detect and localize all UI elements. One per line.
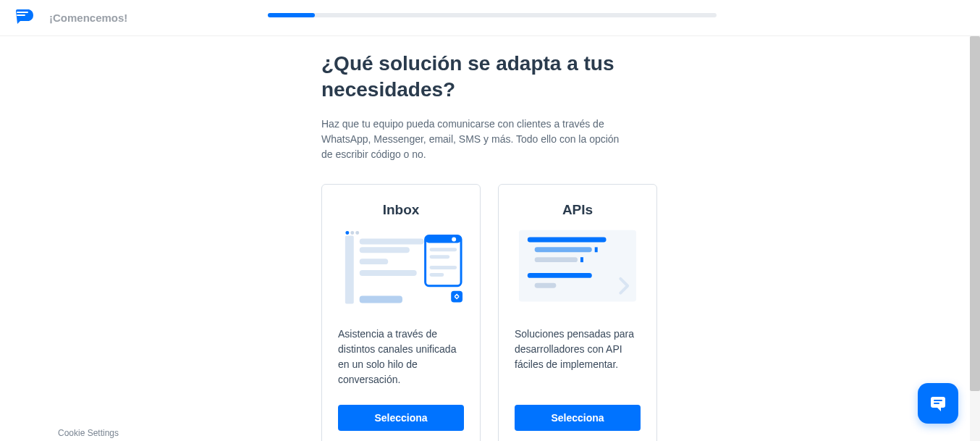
- inbox-illustration: [338, 230, 464, 309]
- svg-rect-19: [535, 247, 592, 252]
- svg-rect-22: [580, 257, 583, 262]
- progress-fill: [268, 13, 315, 17]
- cards-container: Inbox: [321, 184, 662, 441]
- apis-illustration: [515, 230, 641, 309]
- svg-rect-9: [426, 235, 461, 285]
- scrollbar-thumb[interactable]: [970, 36, 980, 391]
- svg-rect-5: [360, 247, 410, 253]
- cookie-settings-link[interactable]: Cookie Settings: [58, 428, 119, 438]
- page-subtitle: Haz que tu equipo pueda comunicarse con …: [321, 117, 633, 162]
- card-inbox-description: Asistencia a través de distintos canales…: [338, 327, 464, 387]
- svg-rect-16: [451, 290, 462, 302]
- svg-rect-12: [430, 248, 457, 251]
- main-content: ¿Qué solución se adapta a tus necesidade…: [321, 36, 662, 441]
- progress-bar: [268, 13, 717, 17]
- select-apis-button[interactable]: Selecciona: [515, 405, 641, 431]
- svg-rect-8: [360, 295, 402, 303]
- svg-rect-4: [360, 238, 424, 244]
- svg-rect-26: [934, 400, 942, 401]
- svg-rect-7: [360, 270, 417, 276]
- svg-point-1: [345, 231, 349, 235]
- svg-point-2: [350, 231, 354, 235]
- card-inbox-title: Inbox: [338, 202, 464, 218]
- header-title: ¡Comencemos!: [49, 12, 127, 24]
- svg-rect-27: [934, 403, 939, 404]
- card-apis-description: Soluciones pensadas para desarrolladores…: [515, 327, 641, 387]
- svg-rect-25: [931, 397, 945, 408]
- svg-rect-20: [595, 247, 598, 252]
- svg-rect-21: [535, 257, 578, 262]
- logo-icon: [14, 8, 35, 28]
- svg-rect-23: [528, 273, 592, 278]
- svg-rect-13: [430, 255, 450, 259]
- svg-rect-15: [430, 273, 444, 277]
- page-title: ¿Qué solución se adapta a tus necesidade…: [321, 51, 662, 104]
- scrollbar[interactable]: [970, 36, 980, 441]
- chat-icon: [928, 393, 948, 413]
- svg-point-3: [355, 231, 359, 235]
- select-inbox-button[interactable]: Selecciona: [338, 405, 464, 431]
- header: ¡Comencemos!: [0, 0, 980, 36]
- svg-rect-14: [430, 266, 457, 269]
- chat-widget-button[interactable]: [918, 383, 958, 424]
- svg-point-11: [452, 237, 456, 241]
- card-apis-title: APIs: [515, 202, 641, 218]
- card-apis[interactable]: APIs Soluciones pensadas para desarrolla…: [498, 184, 657, 441]
- svg-rect-18: [528, 237, 607, 242]
- svg-rect-24: [535, 283, 557, 288]
- svg-rect-0: [345, 235, 354, 303]
- card-inbox[interactable]: Inbox: [321, 184, 481, 441]
- svg-rect-6: [360, 259, 389, 264]
